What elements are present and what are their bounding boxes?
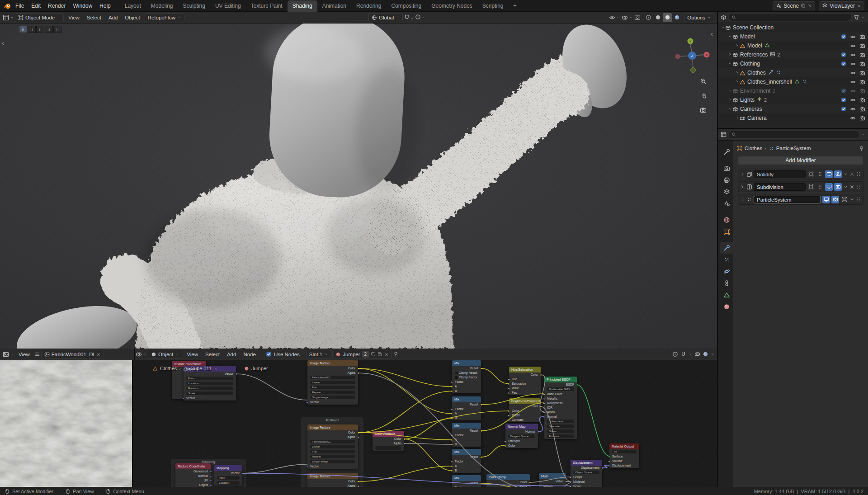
node-image-texture[interactable]: Image TextureColorAlphaFabricWool001 — [307, 473, 358, 487]
viewport-menu-object[interactable]: Object — [121, 12, 143, 24]
expand-arrow-icon[interactable] — [728, 61, 732, 66]
node-brightness-contrast[interactable]: Brightness/ContrastColorColorBrightContr… — [509, 398, 541, 422]
modifier-name-field[interactable]: ParticleSystem — [754, 196, 821, 203]
render-toggle-icon[interactable] — [859, 70, 865, 76]
modifier-expand-icon[interactable] — [740, 172, 745, 177]
viewport-menu-add[interactable]: Add — [105, 12, 121, 24]
menu-help[interactable]: Help — [96, 0, 114, 12]
collapse-arrow-icon[interactable] — [735, 43, 740, 48]
modifier-expand-icon[interactable] — [740, 197, 745, 202]
overlays-chevron-icon[interactable] — [629, 16, 633, 19]
add-modifier-button[interactable]: Add Modifier — [738, 156, 863, 165]
outliner-row-clothes-innershell[interactable]: Clothes_innershell — [718, 77, 868, 86]
node-mix[interactable]: MixResultClamp ResultClamp FactorFactorA… — [452, 360, 481, 393]
proportional-chevron-icon[interactable] — [421, 16, 425, 20]
viewlayer-unlink-icon[interactable] — [857, 4, 861, 8]
camera-view-tool[interactable] — [700, 107, 707, 115]
tab-sculpting[interactable]: Sculpting — [178, 0, 210, 12]
node-hue-saturation[interactable]: Hue/SaturationColorHueSaturationValueFac — [509, 367, 541, 395]
outliner-row-model[interactable]: Model — [718, 41, 868, 50]
modifier-extras-icon[interactable] — [843, 184, 848, 189]
show-gizmo-icon[interactable] — [609, 14, 615, 21]
toggle-realtime[interactable] — [825, 183, 833, 191]
shader-menu-view[interactable]: View — [183, 349, 202, 360]
tab-shading[interactable]: Shading — [288, 0, 317, 12]
properties-tab-viewlayer[interactable] — [720, 186, 733, 198]
shading-solid[interactable] — [653, 13, 662, 22]
proportional-editing-icon[interactable] — [415, 14, 421, 20]
image-zoom-tool[interactable] — [119, 378, 126, 386]
transform-orientation[interactable]: Global — [368, 13, 403, 22]
node-mix[interactable]: MixResultFactorAB — [452, 423, 481, 447]
modifier-drag-handle-icon[interactable] — [856, 184, 861, 189]
add-workspace-tab[interactable]: + — [509, 0, 522, 12]
breadcrumb-data-name[interactable]: ParticleSystem — [776, 146, 811, 151]
scene-selector[interactable]: Scene — [773, 1, 815, 10]
collapse-arrow-icon[interactable] — [728, 89, 732, 93]
expand-arrow-icon[interactable] — [721, 25, 725, 30]
breadcrumb-mesh[interactable]: Cube.011 — [190, 366, 212, 371]
mode-selector[interactable]: Object Mode — [15, 13, 64, 22]
modifier-solidify[interactable]: Solidify — [738, 169, 863, 179]
outliner-row-clothes[interactable]: Clothes — [718, 68, 868, 77]
hide-toggle-icon[interactable] — [850, 79, 856, 85]
properties-tab-particles[interactable] — [720, 254, 733, 265]
pan-tool[interactable] — [701, 92, 708, 100]
outliner-search-input[interactable] — [728, 13, 852, 21]
toggle-realtime[interactable] — [825, 170, 833, 178]
snap-controls[interactable] — [404, 14, 414, 21]
shader-menu-select[interactable]: Select — [202, 349, 223, 360]
node-image-texture[interactable]: Image TextureColorAlphaFabricWool001Line… — [307, 360, 358, 405]
shader-snap-icon[interactable] — [680, 351, 686, 357]
collapse-arrow-icon[interactable] — [735, 71, 740, 75]
include-checkbox-icon[interactable] — [841, 52, 846, 57]
toggle-render[interactable] — [831, 196, 839, 203]
render-toggle-icon[interactable] — [859, 34, 865, 40]
toggle-realtime[interactable] — [822, 196, 830, 203]
menu-edit[interactable]: Edit — [28, 0, 44, 12]
shader-node-editor[interactable]: Clothes › Cube.011 Jumper TexturesMappin… — [133, 360, 717, 487]
properties-tab-output[interactable] — [720, 174, 733, 186]
node-material-output[interactable]: Material OutputAllSurfaceVolumeDisplacem… — [609, 443, 639, 468]
node-principled-bsdf[interactable]: Principled BSDFBSDFMultiscatter GGXBase … — [544, 377, 577, 439]
properties-tab-constraints[interactable] — [720, 277, 733, 289]
material-unlink-icon[interactable] — [384, 352, 389, 357]
hide-toggle-icon[interactable] — [850, 97, 856, 103]
properties-tab-world[interactable] — [720, 214, 733, 226]
node-mapping[interactable]: MappingVectorPointLocation — [214, 465, 242, 486]
node-image-texture[interactable]: Image TextureColorAlphaFabricWool001Line… — [307, 424, 358, 469]
shader-preview-icon[interactable] — [703, 351, 708, 357]
properties-tab-material[interactable] — [720, 301, 733, 312]
3d-viewport[interactable]: ‹ ‹ X Z Y — [0, 24, 717, 349]
snap-chevron-icon[interactable] — [410, 16, 414, 20]
outliner-filter-icon[interactable] — [854, 14, 859, 20]
properties-tab-data[interactable] — [720, 289, 733, 301]
material-slot-selector[interactable]: Slot 1 — [306, 350, 331, 359]
shader-preview-chevron-icon[interactable] — [711, 353, 714, 356]
toggle-editmode[interactable] — [840, 196, 848, 203]
menu-window[interactable]: Window — [69, 0, 96, 12]
outliner-row-scene-collection[interactable]: Scene Collection — [718, 23, 868, 32]
modifier-name-field[interactable]: Subdivision — [754, 183, 806, 191]
node-mix[interactable]: MixResultFactorAB — [452, 396, 481, 420]
properties-tab-tool[interactable] — [720, 146, 733, 158]
overlays-toggle-icon[interactable] — [622, 14, 628, 21]
modifier-particlesystem[interactable]: ParticleSystem — [738, 194, 863, 205]
image-unlink-icon[interactable] — [96, 352, 101, 357]
editor-type-viewport-icon[interactable] — [3, 14, 9, 21]
toggle-editmode[interactable] — [807, 183, 815, 191]
shading-wireframe[interactable] — [644, 13, 653, 22]
node-mix[interactable]: MixResultFactorAB — [452, 449, 481, 473]
hide-toggle-icon[interactable] — [850, 61, 856, 67]
include-checkbox-icon[interactable] — [841, 88, 846, 94]
node-color-ramp[interactable]: Color RampColorAlphaFac — [486, 474, 530, 487]
editor-type-shader-icon[interactable] — [136, 351, 142, 358]
shader-editor-chevron-icon[interactable] — [143, 352, 147, 356]
toggle-render[interactable] — [834, 170, 842, 178]
material-datablock[interactable]: Jumper 2 — [332, 350, 392, 359]
node-math[interactable]: MathValueMultiplyValueValue — [539, 473, 566, 487]
properties-tab-physics[interactable] — [720, 265, 733, 277]
properties-pin-icon[interactable] — [859, 146, 864, 151]
tab-modeling[interactable]: Modeling — [146, 0, 178, 12]
node-normal-map[interactable]: Normal MapNormalTangent SpaceStrengthCol… — [505, 424, 538, 448]
